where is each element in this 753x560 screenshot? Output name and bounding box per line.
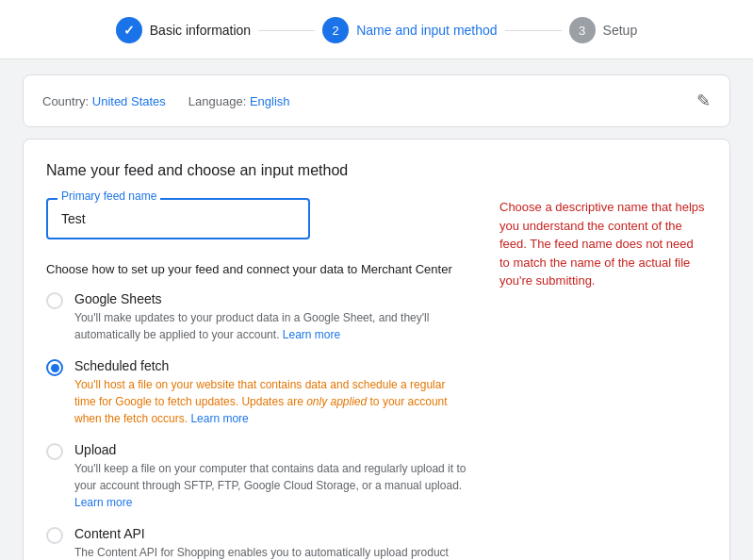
- option-google-sheets[interactable]: Google Sheets You'll make updates to you…: [46, 291, 469, 343]
- step-label-1: Basic information: [150, 23, 251, 38]
- radio-title-google-sheets: Google Sheets: [74, 291, 469, 306]
- step-basic-info: ✓ Basic information: [116, 17, 251, 43]
- radio-desc-google-sheets: You'll make updates to your product data…: [74, 309, 469, 343]
- radio-scheduled-fetch[interactable]: [46, 359, 63, 376]
- feed-name-input[interactable]: [46, 198, 310, 239]
- step-name-input: 2 Name and input method: [322, 17, 497, 43]
- step-connector-2: [505, 30, 562, 31]
- main-card: Name your feed and choose an input metho…: [23, 139, 730, 560]
- step-label-3: Setup: [603, 23, 638, 38]
- learn-more-google-sheets[interactable]: Learn more: [283, 328, 340, 341]
- feed-name-label: Primary feed name: [57, 189, 160, 203]
- step-number-2: 2: [333, 24, 339, 38]
- radio-content-api[interactable]: [46, 527, 63, 544]
- language-value: English: [250, 94, 290, 108]
- option-content-api[interactable]: Content API The Content API for Shopping…: [46, 526, 469, 560]
- radio-content-content-api: Content API The Content API for Shopping…: [74, 526, 469, 560]
- step-circle-2: 2: [322, 17, 349, 43]
- country-label: Country:: [42, 94, 89, 108]
- step-setup: 3 Setup: [569, 17, 638, 43]
- radio-title-scheduled-fetch: Scheduled fetch: [74, 358, 469, 373]
- radio-google-sheets[interactable]: [46, 292, 63, 309]
- checkmark-icon: ✓: [123, 23, 135, 38]
- step-circle-1: ✓: [116, 17, 142, 43]
- card-right: Choose a descriptive name that helps you…: [499, 198, 707, 560]
- card-left: Primary feed name Choose how to set up y…: [46, 198, 469, 560]
- feed-name-wrapper: Primary feed name: [46, 198, 310, 239]
- radio-desc-upload: You'll keep a file on your computer that…: [74, 460, 469, 511]
- radio-desc-content-api: The Content API for Shopping enables you…: [74, 544, 469, 560]
- card-heading: Name your feed and choose an input metho…: [46, 162, 707, 179]
- radio-content-google-sheets: Google Sheets You'll make updates to you…: [74, 291, 469, 343]
- learn-more-upload[interactable]: Learn more: [74, 496, 132, 509]
- radio-content-scheduled-fetch: Scheduled fetch You'll host a file on yo…: [74, 358, 469, 427]
- step-label-2: Name and input method: [356, 23, 497, 38]
- step-circle-3: 3: [569, 17, 596, 43]
- radio-desc-scheduled-fetch: You'll host a file on your website that …: [74, 376, 469, 427]
- country-field: Country: United States: [42, 94, 166, 108]
- stepper: ✓ Basic information 2 Name and input met…: [0, 0, 753, 59]
- help-text: Choose a descriptive name that helps you…: [499, 200, 705, 288]
- radio-title-upload: Upload: [74, 442, 469, 457]
- info-bar-left: Country: United States Language: English: [42, 94, 290, 108]
- language-field: Language: English: [188, 94, 290, 108]
- step-number-3: 3: [579, 24, 585, 38]
- option-upload[interactable]: Upload You'll keep a file on your comput…: [46, 442, 469, 511]
- option-scheduled-fetch[interactable]: Scheduled fetch You'll host a file on yo…: [46, 358, 469, 427]
- info-bar: Country: United States Language: English…: [23, 74, 730, 127]
- choose-label: Choose how to set up your feed and conne…: [46, 262, 469, 276]
- radio-content-upload: Upload You'll keep a file on your comput…: [74, 442, 469, 511]
- radio-title-content-api: Content API: [74, 526, 469, 541]
- country-value: United States: [92, 94, 166, 108]
- card-content: Primary feed name Choose how to set up y…: [46, 198, 707, 560]
- learn-more-scheduled-fetch[interactable]: Learn more: [190, 412, 248, 425]
- language-label: Language:: [188, 94, 246, 108]
- step-connector-1: [258, 30, 315, 31]
- radio-upload[interactable]: [46, 443, 63, 460]
- edit-icon[interactable]: ✎: [696, 91, 711, 111]
